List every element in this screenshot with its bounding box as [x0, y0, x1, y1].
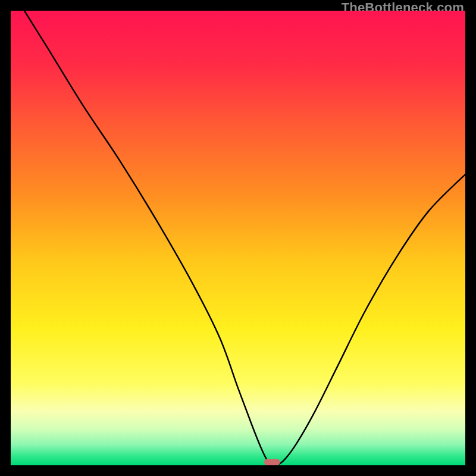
bottleneck-curve [24, 11, 465, 465]
optimal-marker [264, 459, 280, 465]
curve-layer [11, 11, 465, 465]
chart-frame: TheBottleneck.com [0, 0, 476, 476]
plot-area [11, 11, 465, 465]
